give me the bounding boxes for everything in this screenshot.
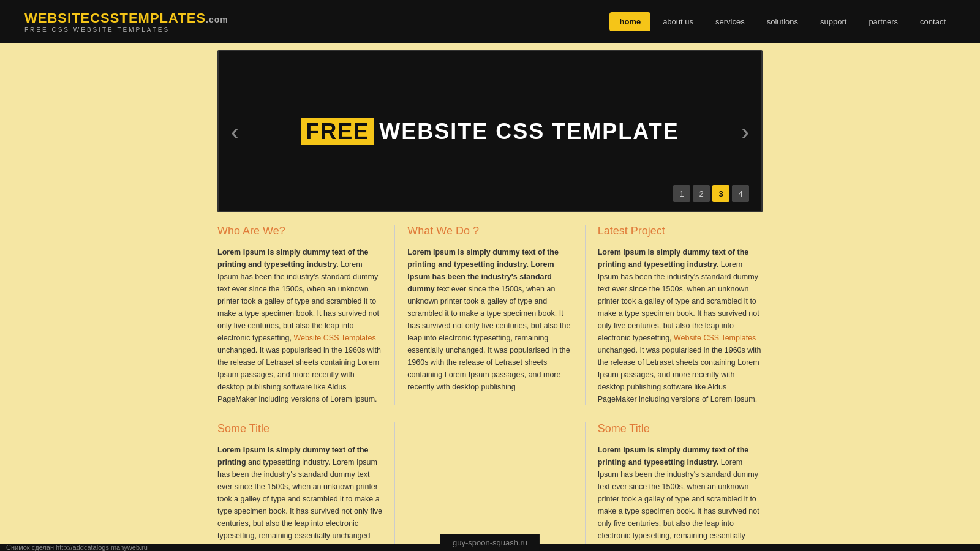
- logo-subtitle: FREE CSS WEBSITE TEMPLATES: [24, 26, 228, 33]
- col-a-body: Lorem Ipsum is simply dummy text of the …: [217, 444, 382, 551]
- divider-2: [585, 225, 586, 405]
- columns-row2: Some Title Lorem Ipsum is simply dummy t…: [217, 422, 763, 551]
- slider-content: FREEWEBSITE CSS TEMPLATE: [301, 119, 679, 144]
- bottom-left-text: Снимок сделан http://addcatalogs.manyweb…: [6, 544, 148, 551]
- col3-title: Latest Project: [598, 225, 763, 238]
- divider-4: [585, 422, 586, 551]
- slider-prev[interactable]: ‹: [231, 118, 239, 145]
- col-a-text: and typesetting industry. Lorem Ipsum ha…: [217, 458, 382, 551]
- col3-text1: Lorem Ipsum has been the industry's stan…: [598, 260, 760, 342]
- nav: home about us services solutions support…: [609, 12, 956, 31]
- nav-partners[interactable]: partners: [859, 12, 908, 31]
- col2-text: text ever since the 1500s, when an unkno…: [407, 285, 570, 391]
- col-latest-project: Latest Project Lorem Ipsum is simply dum…: [598, 225, 763, 405]
- col-c-text: Lorem Ipsum has been the industry's stan…: [598, 458, 760, 551]
- slider-title: FREEWEBSITE CSS TEMPLATE: [301, 119, 679, 144]
- nav-solutions[interactable]: solutions: [757, 12, 808, 31]
- logo: WEBSITECSSTEMPLATES.com FREE CSS WEBSITE…: [24, 10, 228, 33]
- col2-body: Lorem Ipsum is simply dummy text of the …: [407, 246, 572, 393]
- col-what-we-do: What We Do ? Lorem Ipsum is simply dummy…: [407, 225, 572, 405]
- dot-1[interactable]: 1: [673, 185, 690, 202]
- col3-link[interactable]: Website CSS Templates: [674, 334, 756, 342]
- bottom-center-text: guy-spoon-squash.ru: [440, 534, 540, 551]
- col-a-title: Some Title: [217, 422, 382, 435]
- col1-text1: Lorem Ipsum has been the industry's stan…: [217, 260, 379, 342]
- col1-link[interactable]: Website CSS Templates: [293, 334, 375, 342]
- nav-services[interactable]: services: [706, 12, 755, 31]
- col-some-title-1: Some Title Lorem Ipsum is simply dummy t…: [217, 422, 382, 551]
- logo-com: .com: [206, 15, 228, 24]
- logo-text: WEBSITECSSTEMPLATES: [24, 10, 206, 26]
- slider-next[interactable]: ›: [741, 118, 749, 145]
- col1-title: Who Are We?: [217, 225, 382, 238]
- slider: ‹ FREEWEBSITE CSS TEMPLATE › 1 2 3 4: [217, 50, 763, 212]
- nav-home[interactable]: home: [609, 12, 650, 31]
- col-c-body: Lorem Ipsum is simply dummy text of the …: [598, 444, 763, 551]
- dot-2[interactable]: 2: [693, 185, 710, 202]
- dot-3[interactable]: 3: [712, 185, 729, 202]
- header: WEBSITECSSTEMPLATES.com FREE CSS WEBSITE…: [0, 0, 980, 43]
- col-some-title-2: Some Title Lorem Ipsum is simply dummy t…: [598, 422, 763, 551]
- nav-about[interactable]: about us: [653, 12, 703, 31]
- col2-title: What We Do ?: [407, 225, 572, 238]
- col1-body: Lorem Ipsum is simply dummy text of the …: [217, 246, 382, 405]
- divider-1: [394, 225, 395, 405]
- bottom-bar: Снимок сделан http://addcatalogs.manyweb…: [0, 544, 980, 551]
- col1-text2: unchanged. It was popularised in the 196…: [217, 346, 381, 403]
- slider-title-rest: WEBSITE CSS TEMPLATE: [379, 119, 679, 144]
- col3-body: Lorem Ipsum is simply dummy text of the …: [598, 246, 763, 405]
- nav-contact[interactable]: contact: [910, 12, 956, 31]
- col-c-title: Some Title: [598, 422, 763, 435]
- slider-dots: 1 2 3 4: [673, 185, 749, 202]
- main-content: Who Are We? Lorem Ipsum is simply dummy …: [217, 225, 763, 551]
- col3-text2: unchanged. It was popularised in the 196…: [598, 346, 761, 403]
- divider-3: [394, 422, 395, 551]
- slider-title-highlight: FREE: [301, 118, 374, 145]
- nav-support[interactable]: support: [810, 12, 856, 31]
- dot-4[interactable]: 4: [732, 185, 749, 202]
- columns-row1: Who Are We? Lorem Ipsum is simply dummy …: [217, 225, 763, 405]
- col-who-are-we: Who Are We? Lorem Ipsum is simply dummy …: [217, 225, 382, 405]
- col-gap: [407, 422, 572, 551]
- logo-title: WEBSITECSSTEMPLATES.com: [24, 10, 228, 26]
